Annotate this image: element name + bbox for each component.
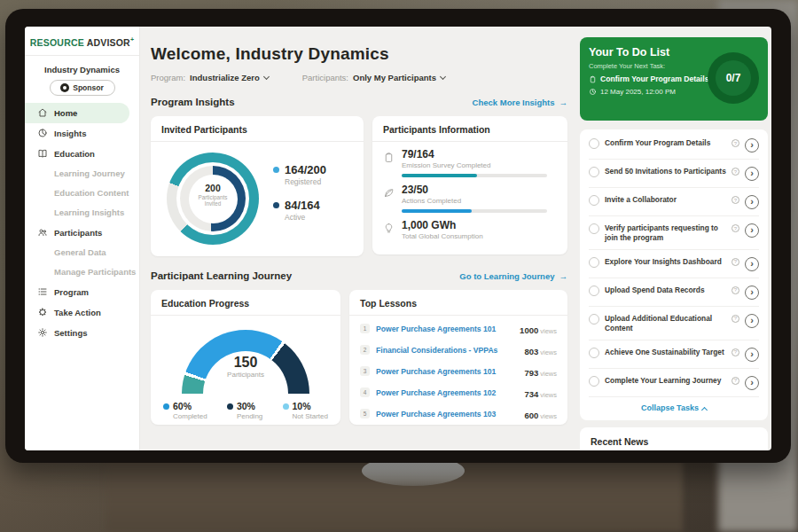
- views-suffix: views: [540, 327, 557, 335]
- app-logo: RESOURCE ADVISOR+: [25, 27, 139, 56]
- chevron-right-icon[interactable]: ›: [745, 138, 759, 153]
- sidebar-item-learning-journey[interactable]: Learning Journey: [25, 164, 139, 184]
- filter-bar: Program: Industrialize Zero Participants…: [151, 73, 567, 82]
- task-checkbox[interactable]: [589, 138, 599, 149]
- chevron-right-icon[interactable]: ›: [745, 223, 759, 238]
- task-checkbox[interactable]: [589, 314, 599, 325]
- lesson-views: 793: [524, 368, 538, 378]
- legend-value: 84/164: [285, 199, 320, 212]
- lesson-link[interactable]: Financial Considerations - VPPAs: [376, 346, 518, 355]
- legend-registered: 164/200 Registered: [273, 163, 326, 186]
- task-row[interactable]: Complete Your Learning Journey ? ›: [589, 369, 759, 397]
- sidebar-item-label: Home: [54, 108, 77, 118]
- task-label: Invite a Collaborator: [605, 195, 726, 205]
- sidebar-item-education-content[interactable]: Education Content: [25, 184, 139, 203]
- lesson-link[interactable]: Power Purchase Agreements 102: [376, 388, 518, 397]
- stat-value: 79/164: [402, 148, 547, 160]
- task-row[interactable]: Confirm Your Program Details ? ›: [589, 131, 759, 160]
- task-label: Upload Additional Educational Content: [605, 314, 726, 333]
- task-row[interactable]: Explore Your Insights Dashboard ? ›: [589, 250, 759, 278]
- center-value: 200: [189, 183, 238, 193]
- logo-plus: +: [130, 36, 134, 43]
- task-checkbox[interactable]: [589, 167, 599, 177]
- sidebar-nav: Home Insights Education Learning Journey…: [25, 103, 139, 343]
- sidebar-item-education[interactable]: Education: [25, 144, 139, 164]
- help-icon: ?: [732, 196, 739, 204]
- chevron-right-icon[interactable]: ›: [745, 167, 759, 181]
- actions-completed-stat: 23/50 Actions Completed: [372, 177, 567, 213]
- participants-value: Only My Participants: [353, 73, 436, 82]
- sidebar-item-insights[interactable]: Insights: [25, 123, 139, 144]
- chevron-right-icon[interactable]: ›: [745, 195, 759, 209]
- chevron-right-icon[interactable]: ›: [745, 286, 759, 300]
- progress-count: 0/7: [716, 60, 751, 96]
- stat-label: Actions Completed: [402, 197, 547, 205]
- collapse-label: Collapse Tasks: [641, 403, 699, 412]
- task-checkbox[interactable]: [589, 286, 599, 296]
- collapse-tasks-link[interactable]: Collapse Tasks: [589, 397, 759, 417]
- lesson-views: 1000: [520, 325, 538, 335]
- legend-dot: [273, 202, 279, 208]
- next-task: Confirm Your Program Details: [589, 74, 713, 83]
- sidebar-item-general-data[interactable]: General Data: [25, 243, 139, 262]
- task-row[interactable]: Upload Spend Data Records ? ›: [589, 278, 759, 307]
- sidebar-item-program[interactable]: Program: [25, 282, 139, 302]
- sponsor-label: Sponsor: [73, 83, 103, 92]
- section-title: Participant Learning Journey: [151, 270, 292, 281]
- task-checkbox[interactable]: [589, 223, 599, 234]
- lesson-row: 3 Power Purchase Agreements 101 793views: [349, 358, 567, 379]
- task-checkbox[interactable]: [589, 376, 599, 387]
- gauge-center: 150 Participants: [182, 355, 309, 379]
- task-row[interactable]: Upload Additional Educational Content ? …: [589, 307, 759, 340]
- participants-label: Participants:: [302, 73, 348, 82]
- stat-value: 1,000 GWh: [402, 219, 483, 231]
- stat-value: 23/50: [402, 184, 547, 196]
- task-checkbox[interactable]: [589, 257, 599, 268]
- sidebar-item-label: Program: [54, 287, 89, 297]
- card-title: Participants Information: [372, 116, 567, 142]
- task-row[interactable]: Achieve One Sustainability Target ? ›: [589, 340, 759, 369]
- lesson-link[interactable]: Power Purchase Agreements 103: [376, 410, 518, 419]
- legend-active: 84/164 Active: [273, 199, 326, 222]
- sidebar-item-participants[interactable]: Participants: [25, 223, 139, 243]
- next-task-label: Confirm Your Program Details: [600, 74, 708, 83]
- sidebar-item-learning-insights[interactable]: Learning Insights: [25, 203, 139, 223]
- todo-panel: Your To Do List Complete Your Next Task:…: [580, 27, 768, 450]
- task-checkbox[interactable]: [589, 195, 599, 206]
- program-select[interactable]: Program: Industrialize Zero: [151, 73, 269, 82]
- task-row[interactable]: Invite a Collaborator ? ›: [589, 188, 759, 216]
- sponsor-badge[interactable]: Sponsor: [50, 80, 115, 96]
- task-row[interactable]: Verify participants requesting to join t…: [589, 216, 759, 250]
- lesson-link[interactable]: Power Purchase Agreements 101: [376, 325, 513, 333]
- center-label-line2: Invited: [205, 200, 222, 207]
- sidebar-item-label: Insights: [54, 129, 86, 138]
- sidebar-item-settings[interactable]: Settings: [25, 323, 139, 343]
- sidebar-item-manage-participants[interactable]: Manage Participants: [25, 262, 139, 282]
- arrow-right-icon: →: [559, 271, 568, 281]
- chevron-right-icon[interactable]: ›: [745, 314, 759, 328]
- lesson-link[interactable]: Power Purchase Agreements 101: [376, 367, 518, 376]
- chevron-right-icon[interactable]: ›: [745, 376, 759, 390]
- task-checkbox[interactable]: [589, 348, 599, 358]
- donut-center: 200 Participants Invited: [189, 175, 238, 223]
- center-label-line1: Participants: [199, 194, 228, 200]
- lesson-row: 1 Power Purchase Agreements 101 1000view…: [349, 316, 567, 337]
- legend-value: 60%: [173, 401, 192, 411]
- chevron-right-icon[interactable]: ›: [745, 257, 759, 271]
- program-label: Program:: [151, 73, 185, 82]
- task-list-card: Confirm Your Program Details ? › Send 50…: [580, 129, 768, 420]
- legend-dot: [273, 167, 279, 173]
- progress-fill: [402, 174, 477, 177]
- go-to-learning-journey-link[interactable]: Go to Learning Journey →: [459, 271, 567, 281]
- sidebar-item-home[interactable]: Home: [25, 103, 129, 123]
- participants-select[interactable]: Participants: Only My Participants: [302, 73, 445, 82]
- sidebar-item-take-action[interactable]: Take Action: [25, 302, 139, 323]
- lesson-rank: 1: [360, 324, 370, 333]
- donut-chart-area: 200 Participants Invited: [151, 142, 364, 245]
- chevron-right-icon[interactable]: ›: [745, 348, 759, 362]
- center-label: Participants Invited: [189, 194, 238, 208]
- progress-track: [402, 209, 547, 213]
- check-more-insights-link[interactable]: Check More Insights →: [473, 98, 567, 107]
- program-value: Industrialize Zero: [190, 73, 260, 82]
- task-row[interactable]: Send 50 Invitations to Participants ? ›: [589, 160, 759, 188]
